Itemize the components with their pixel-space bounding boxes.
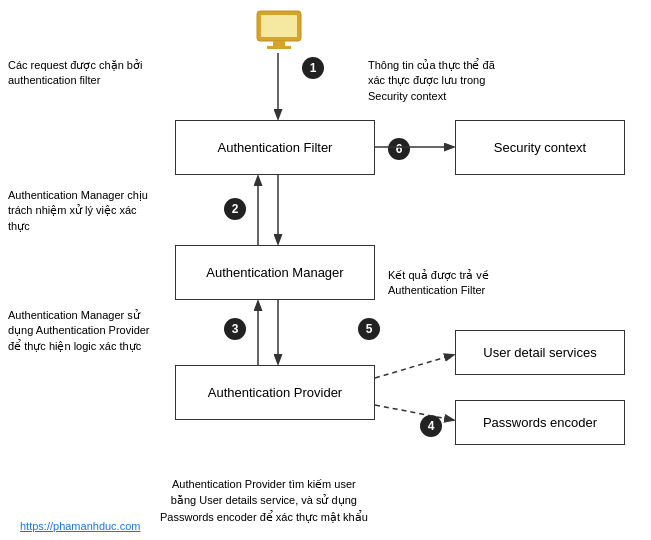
diagram-container: 1 Các request được chặn bởi authenticati… — [0, 0, 651, 540]
bottom-note: Authentication Provider tìm kiếm user bằ… — [160, 476, 368, 526]
badge-4: 4 — [420, 415, 442, 437]
svg-line-13 — [375, 405, 453, 420]
user-detail-box: User detail services — [455, 330, 625, 375]
badge-2: 2 — [224, 198, 246, 220]
badge-5: 5 — [358, 318, 380, 340]
annotation-3: Authentication Manager sử dụng Authentic… — [8, 308, 163, 354]
badge-1: 1 — [302, 57, 324, 79]
website-link[interactable]: https://phamanhduc.com — [20, 520, 140, 532]
passwords-encoder-box: Passwords encoder — [455, 400, 625, 445]
badge-6: 6 — [388, 138, 410, 160]
svg-rect-3 — [267, 46, 291, 49]
badge-3: 3 — [224, 318, 246, 340]
annotation-2: Authentication Manager chịu trách nhiệm … — [8, 188, 163, 234]
auth-filter-box: Authentication Filter — [175, 120, 375, 175]
annotation-6-text: Thông tin của thực thể đã xác thực được … — [368, 58, 538, 104]
svg-line-12 — [375, 355, 453, 378]
annotation-5: Kết quả được trả về Authentication Filte… — [388, 268, 548, 299]
svg-rect-2 — [273, 41, 285, 46]
auth-provider-box: Authentication Provider — [175, 365, 375, 420]
monitor-icon — [254, 8, 304, 53]
svg-rect-1 — [261, 15, 297, 37]
auth-manager-box: Authentication Manager — [175, 245, 375, 300]
security-context-box: Security context — [455, 120, 625, 175]
annotation-1: Các request được chặn bởi authentication… — [8, 58, 153, 89]
